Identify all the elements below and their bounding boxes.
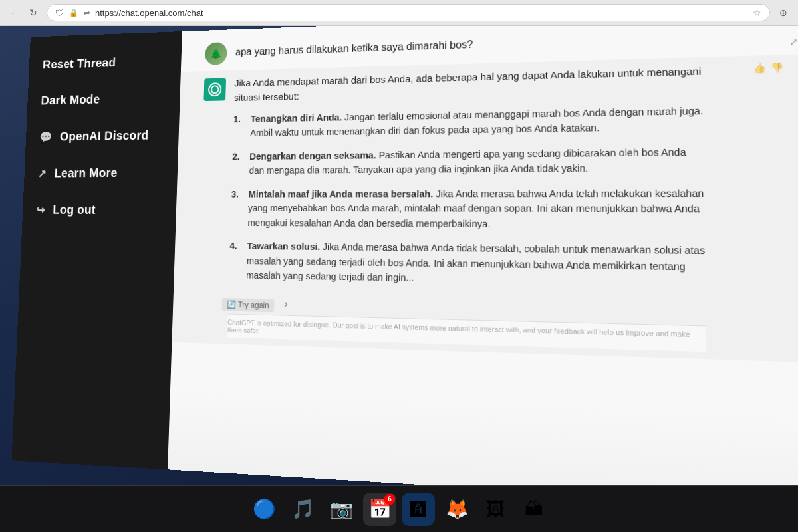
list-item: Tawarkan solusi. Jika Anda merasa bahwa … (229, 239, 706, 291)
expand-button[interactable]: ⤢ (789, 36, 798, 47)
list-item-content: Tenangkan diri Anda. Jangan terlalu emos… (250, 103, 705, 140)
sidebar-item-reset-thread[interactable]: Reset Thread (29, 44, 182, 82)
list-item-content: Tawarkan solusi. Jika Anda merasa bahwa … (246, 239, 706, 291)
next-icon[interactable]: › (284, 298, 288, 310)
logout-label: Log out (53, 203, 96, 217)
dark-mode-label: Dark Mode (41, 92, 100, 108)
sidebar-item-logout[interactable]: ↪ Log out (22, 193, 177, 227)
discord-icon: 💬 (39, 130, 53, 144)
dock-bar: 🔵 🎵 📷 📅 6 🅰 🦊 🖼 🏔 (0, 485, 798, 532)
ai-message-row: Jika Anda mendapat marah dari bos Anda, … (172, 54, 798, 362)
sidebar-item-learn-more[interactable]: ↗ Learn More (24, 155, 178, 190)
main-wrapper: Reset Thread Dark Mode 💬 OpenAI Discord … (0, 26, 798, 485)
chat-area: ⤢ apa yang harus dilakukan ketika saya d… (168, 26, 798, 485)
split-icon: ⇌ (84, 9, 90, 17)
list-item: Mintalah maaf jika Anda merasa bersalah.… (230, 186, 706, 233)
perspective-container: Reset Thread Dark Mode 💬 OpenAI Discord … (11, 26, 798, 485)
thumbs-down-icon[interactable]: 👎 (770, 62, 783, 73)
list-item-title: Tenangkan diri Anda. (251, 112, 342, 124)
dock-item-calendar[interactable]: 📅 6 (363, 493, 396, 526)
dock-item-preview[interactable]: 🖼 (479, 493, 512, 526)
bookmark-icon[interactable]: ☆ (753, 7, 761, 18)
thumbs-up-icon[interactable]: 👍 (753, 62, 766, 73)
refresh-button[interactable]: ↻ (27, 6, 40, 19)
shield-icon: 🛡 (55, 8, 64, 18)
list-item-title: Tawarkan solusi. (247, 241, 320, 252)
dock-item-photos2[interactable]: 🏔 (517, 493, 551, 526)
browser-chrome: ← ↻ 🛡 🔒 ⇌ https://chat.openai.com/chat ☆… (0, 0, 798, 26)
dock-item-firefox[interactable]: 🦊 (440, 493, 473, 526)
list-item-title: Mintalah maaf jika Anda merasa bersalah. (248, 188, 433, 199)
user-message-header: apa yang harus dilakukan ketika saya dim… (235, 26, 783, 58)
learn-more-label: Learn More (54, 166, 118, 180)
ai-avatar (203, 78, 226, 101)
reset-thread-label: Reset Thread (43, 56, 116, 72)
dock-item-photos[interactable]: 📷 (325, 493, 358, 526)
list-item-content: Dengarkan dengan seksama. Pastikan Anda … (249, 144, 705, 178)
list-item: Dengarkan dengan seksama. Pastikan Anda … (231, 144, 705, 178)
sidebar-item-discord[interactable]: 💬 OpenAI Discord (25, 118, 180, 154)
try-again-button[interactable]: 🔄 Try again (221, 298, 274, 312)
avatar-image (205, 42, 227, 65)
user-avatar (205, 42, 227, 65)
browser-actions: ⊕ (777, 6, 790, 19)
logout-icon: ↪ (36, 203, 45, 217)
reaction-icons: 👍 👎 (753, 62, 783, 74)
ai-message-content: Jika Anda mendapat marah dari bos Anda, … (227, 64, 707, 352)
back-icon: ← (10, 7, 19, 18)
back-button[interactable]: ← (8, 6, 21, 19)
dock-item-music[interactable]: 🎵 (286, 493, 319, 526)
lock-icon: 🔒 (69, 9, 78, 17)
browser-nav: ← ↻ (8, 6, 40, 19)
learn-more-icon: ↗ (38, 167, 47, 180)
refresh-icon: ↻ (29, 7, 37, 18)
list-item-title: Dengarkan dengan seksama. (249, 150, 376, 161)
address-bar[interactable]: 🛡 🔒 ⇌ https://chat.openai.com/chat ☆ (47, 4, 770, 21)
dock-item-appstore[interactable]: 🅰 (402, 493, 435, 526)
list-item-content: Mintalah maaf jika Anda merasa bersalah.… (247, 186, 706, 233)
sidebar: Reset Thread Dark Mode 💬 OpenAI Discord … (11, 31, 182, 469)
calendar-badge: 6 (384, 494, 395, 505)
user-message-text: apa yang harus dilakukan ketika saya dim… (235, 39, 473, 58)
fade-overlay (168, 392, 798, 485)
ai-intro-text: Jika Anda mendapat marah dari bos Anda, … (234, 64, 705, 105)
url-text: https://chat.openai.com/chat (95, 8, 747, 18)
sidebar-item-dark-mode[interactable]: Dark Mode (27, 80, 181, 118)
dock-item-finder[interactable]: 🔵 (247, 493, 281, 526)
list-item: Tenangkan diri Anda. Jangan terlalu emos… (233, 103, 705, 140)
extensions-icon[interactable]: ⊕ (777, 6, 790, 19)
ai-response-list: Tenangkan diri Anda. Jangan terlalu emos… (229, 103, 706, 291)
discord-label: OpenAI Discord (60, 128, 149, 144)
openai-logo (208, 82, 222, 96)
